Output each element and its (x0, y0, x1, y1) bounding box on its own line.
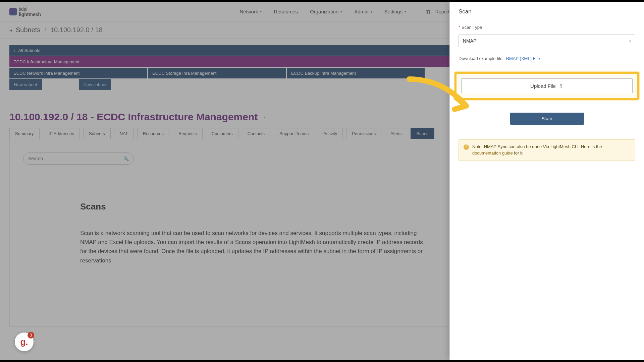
scan-button[interactable]: Scan (510, 113, 584, 125)
tab-activity[interactable]: Activity (318, 128, 343, 139)
tab-resources[interactable]: Resources (137, 128, 169, 139)
tab-support-teams[interactable]: Support Teams (274, 128, 314, 139)
tab-customers[interactable]: Customers (206, 128, 238, 139)
page-title: 10.100.192.0 / 18 - ECDC Infrastructure … (9, 111, 258, 123)
nav-admin[interactable]: Admin▾ (354, 9, 372, 14)
breadcrumb-current: 10.100.192.0 / 18 (50, 26, 103, 34)
warning-icon: ! (464, 144, 469, 150)
scan-sidepanel: Scan *Scan Type NMAP ▾ Download example … (449, 2, 644, 360)
search-input[interactable] (28, 156, 123, 161)
tree-child-subnet[interactable]: ECDC Storage Inra Management (148, 68, 286, 78)
sidepanel-title: Scan (450, 2, 644, 21)
upload-highlight: Upload File ⇪ (454, 72, 639, 100)
help-widget[interactable]: g. 3 (15, 333, 34, 351)
chevron-down-icon: ▾ (260, 10, 262, 13)
tab-alerts[interactable]: Alerts (385, 128, 407, 139)
download-example-link[interactable]: NMAP (XML) File (506, 56, 540, 61)
nav-reports[interactable]: ▥ Reports (426, 9, 452, 14)
logo[interactable]: tidallightmesh (9, 6, 41, 17)
back-caret-icon[interactable]: ◂ (9, 27, 12, 33)
nav-network[interactable]: Network▾ (239, 9, 262, 14)
new-subnet-button[interactable]: New subnet (9, 79, 42, 90)
scan-type-label: *Scan Type (459, 25, 635, 30)
note-box: ! Note: NMAP Sync can also be done Via L… (459, 139, 635, 161)
scan-type-value: NMAP (463, 38, 476, 44)
logo-icon (9, 8, 17, 15)
tab-requests[interactable]: Requests (173, 128, 203, 139)
chart-icon: ▥ (426, 9, 430, 14)
tree-child-subnet[interactable]: ECDC Network Infra Management (9, 68, 147, 78)
tab-permissions[interactable]: Permissions (346, 128, 381, 139)
new-subnet-button[interactable]: New subnet (79, 79, 111, 90)
tab-ip-addresses[interactable]: IP Addresses (43, 128, 80, 139)
upload-file-button[interactable]: Upload File ⇪ (461, 78, 633, 93)
nav-organization[interactable]: Organization▾ (310, 9, 342, 14)
documentation-link[interactable]: documentation guide (472, 150, 513, 156)
tab-summary[interactable]: Summary (9, 128, 40, 139)
tab-contacts[interactable]: Contacts (242, 128, 270, 139)
up-arrow-icon: ↑ (13, 48, 16, 53)
chevron-down-icon: ▾ (371, 10, 372, 13)
help-widget-icon: g. (20, 337, 28, 347)
title-actions-menu[interactable]: ⋯ (262, 115, 267, 120)
download-example-row: Download example file: NMAP (XML) File (459, 56, 635, 61)
tab-nat[interactable]: NAT (114, 128, 134, 139)
search-icon: 🔍 (123, 156, 129, 161)
main-menu: Network▾ Resources Organization▾ Admin▾ … (239, 9, 406, 14)
tree-child-subnet[interactable]: ECDC Backup Infra Management (287, 68, 425, 78)
tab-scans[interactable]: Scans (411, 128, 434, 139)
chevron-down-icon: ▾ (629, 39, 631, 43)
help-widget-count: 3 (28, 332, 34, 339)
scans-description: Scan is a network scanning tool that can… (80, 229, 426, 265)
nav-settings[interactable]: Settings▾ (384, 9, 406, 14)
breadcrumb-sep: / (44, 26, 46, 34)
scan-type-select[interactable]: NMAP ▾ (459, 35, 635, 47)
breadcrumb-root[interactable]: Subnets (16, 26, 40, 34)
chevron-down-icon: ▾ (340, 10, 342, 13)
search-field-wrap[interactable]: 🔍 (23, 153, 134, 165)
nav-resources[interactable]: Resources (274, 9, 298, 14)
logo-text: tidallightmesh (19, 6, 41, 17)
upload-icon: ⇪ (559, 83, 564, 89)
scans-heading: Scans (80, 201, 426, 212)
tab-subnets[interactable]: Subnets (83, 128, 111, 139)
chevron-down-icon: ▾ (405, 10, 406, 13)
